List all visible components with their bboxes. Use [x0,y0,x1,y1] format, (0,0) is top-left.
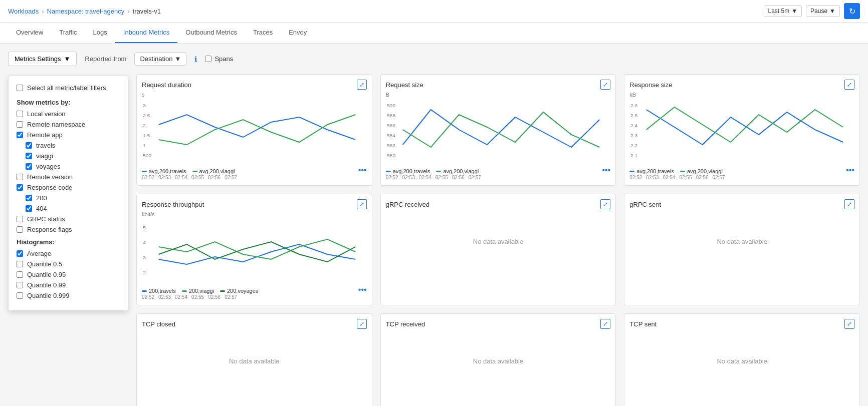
request-size-more[interactable]: ••• [602,166,611,175]
chart-tcp-received: TCP received ⤢ No data available [380,313,616,406]
select-all-checkbox[interactable] [17,85,23,91]
200-checkbox[interactable] [26,195,32,201]
request-size-expand[interactable]: ⤢ [600,80,610,90]
filter-200[interactable]: 200 [17,194,120,202]
q095-checkbox[interactable] [17,271,23,278]
select-all-label: Select all metric/label filters [27,84,106,92]
grpc-received-title: gRPC received [386,201,429,208]
grpc-received-expand[interactable]: ⤢ [600,199,610,209]
destination-select[interactable]: Destination ▼ [134,52,186,66]
404-checkbox[interactable] [26,205,32,212]
average-checkbox[interactable] [17,250,23,257]
filter-404[interactable]: 404 [17,205,120,212]
q099-checkbox[interactable] [17,282,23,288]
local-version-checkbox[interactable] [17,111,23,117]
q05-checkbox[interactable] [17,261,23,267]
chart-request-duration-header: Request duration ⤢ [142,80,367,90]
time-range-select[interactable]: Last 5m ▼ [764,5,802,17]
filter-remote-namespace[interactable]: Remote namespace [17,121,120,128]
legend-resps-viaggi: avg,200,viaggi [680,168,723,174]
request-duration-expand[interactable]: ⤢ [357,80,367,90]
filter-response-flags[interactable]: Response flags [17,226,120,233]
response-size-expand[interactable]: ⤢ [844,80,854,90]
svg-text:500: 500 [143,153,151,158]
histogram-q0999[interactable]: Quantile 0.999 [17,292,120,299]
legend-label-rt-travels: 200,travels [149,288,176,294]
tab-logs[interactable]: Logs [85,23,115,43]
filter-remote-version[interactable]: Remote version [17,173,120,181]
spans-checkbox[interactable] [205,56,211,62]
response-code-checkbox[interactable] [17,184,23,191]
response-flags-checkbox[interactable] [17,226,23,233]
reported-from-label: Reported from [85,55,126,63]
tab-envoy[interactable]: Envoy [281,23,315,43]
filter-remote-app[interactable]: Remote app [17,131,120,139]
grpc-sent-expand[interactable]: ⤢ [844,199,854,209]
tcp-closed-title: TCP closed [142,320,175,328]
response-throughput-chart: 5 4 3 2 [142,219,367,284]
top-bar: Workloads › Namespace: travel-agency › t… [0,0,868,23]
svg-text:580: 580 [387,153,395,158]
remote-app-checkbox[interactable] [17,132,23,138]
histogram-q099[interactable]: Quantile 0.99 [17,281,120,289]
tcp-sent-title: TCP sent [629,320,657,328]
filter-local-version[interactable]: Local version [17,110,120,118]
response-throughput-more[interactable]: ••• [358,285,367,294]
current-page: travels-v1 [133,8,161,15]
legend-rt-voyages: 200,voyages [220,288,258,294]
svg-text:586: 586 [387,123,395,128]
metrics-settings-button[interactable]: Metrics Settings ▼ [8,52,77,66]
sep2: › [127,8,129,15]
tab-traffic[interactable]: Traffic [51,23,85,43]
response-size-more[interactable]: ••• [846,166,854,175]
remote-namespace-checkbox[interactable] [17,121,23,128]
spans-checkbox-label[interactable]: Spans [205,55,233,63]
spans-label: Spans [214,55,233,63]
pause-select[interactable]: Pause ▼ [806,5,840,17]
histogram-average[interactable]: Average [17,250,120,257]
request-duration-more[interactable]: ••• [358,166,367,175]
tab-inbound-metrics[interactable]: Inbound Metrics [115,23,178,43]
charts-grid: Request duration ⤢ s 3 2.5 2 1.5 1 500 [136,74,860,406]
svg-text:584: 584 [387,133,396,138]
request-size-chart: 590 588 586 584 582 580 [386,100,611,165]
chart-tcp-sent: TCP sent ⤢ No data available [624,313,860,406]
filter-travels[interactable]: travels [17,142,120,149]
grpc-sent-title: gRPC sent [629,201,661,208]
q0999-checkbox[interactable] [17,292,23,299]
legend-dot-resps-travels [629,171,634,172]
viaggi-checkbox[interactable] [26,153,32,159]
filter-voyages[interactable]: voyages [17,163,120,170]
request-duration-legend: avg,200,travels avg,200,viaggi [142,168,235,174]
select-all-row[interactable]: Select all metric/label filters [17,84,120,92]
tab-traces[interactable]: Traces [245,23,281,43]
histogram-q095[interactable]: Quantile 0.95 [17,271,120,278]
workloads-link[interactable]: Workloads [8,8,39,15]
svg-text:2.1: 2.1 [631,153,638,158]
remote-namespace-label: Remote namespace [27,121,85,128]
remote-version-checkbox[interactable] [17,174,23,180]
tcp-sent-expand[interactable]: ⤢ [844,319,854,329]
tab-overview[interactable]: Overview [8,23,51,43]
info-icon[interactable]: ℹ [194,55,197,63]
q095-label: Quantile 0.95 [27,271,66,278]
response-throughput-times: 02:5202:5302:5402:5502:5602:57 [142,294,367,300]
tab-outbound-metrics[interactable]: Outbound Metrics [177,23,245,43]
svg-text:5: 5 [143,225,146,230]
refresh-button[interactable]: ↻ [844,3,860,19]
metrics-settings-chevron: ▼ [64,55,70,63]
q0999-label: Quantile 0.999 [27,292,70,299]
request-duration-title: Request duration [142,81,191,89]
filter-viaggi[interactable]: viaggi [17,152,120,160]
tcp-closed-expand[interactable]: ⤢ [357,319,367,329]
response-throughput-expand[interactable]: ⤢ [357,199,367,209]
filter-grpc-status[interactable]: GRPC status [17,215,120,223]
travels-checkbox[interactable] [26,142,32,149]
legend-label-rs-viaggi: avg,200,viaggi [443,168,479,174]
histogram-q05[interactable]: Quantile 0.5 [17,260,120,268]
filter-response-code[interactable]: Response code [17,184,120,191]
namespace-link[interactable]: Namespace: travel-agency [47,8,125,15]
grpc-status-checkbox[interactable] [17,216,23,222]
voyages-checkbox[interactable] [26,163,32,170]
tcp-received-expand[interactable]: ⤢ [600,319,610,329]
